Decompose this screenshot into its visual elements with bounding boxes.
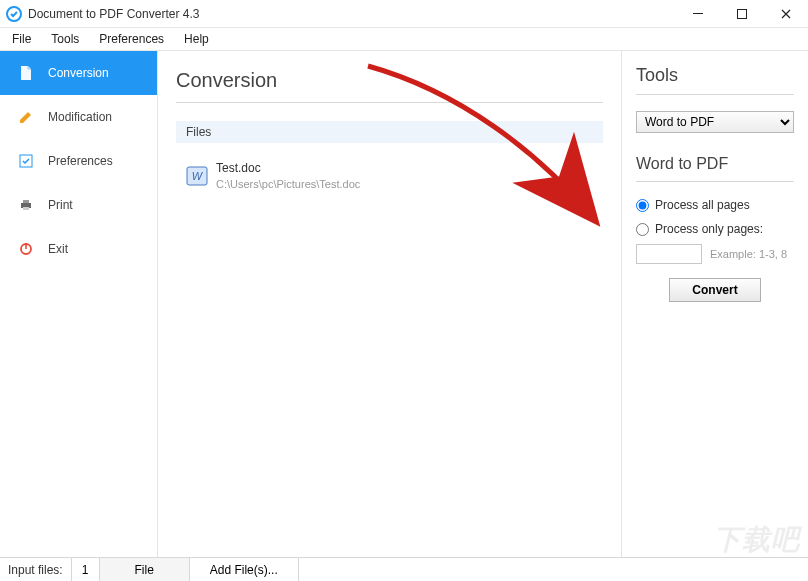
maximize-button[interactable] bbox=[720, 0, 764, 28]
svg-text:W: W bbox=[192, 170, 204, 182]
radio-process-only-input[interactable] bbox=[636, 223, 649, 236]
pages-row: Example: 1-3, 8 bbox=[636, 244, 794, 264]
sidebar-item-conversion[interactable]: Conversion bbox=[0, 51, 157, 95]
radio-process-only-label: Process only pages: bbox=[655, 222, 763, 236]
window-title: Document to PDF Converter 4.3 bbox=[28, 7, 199, 21]
svg-rect-2 bbox=[738, 9, 747, 18]
radio-process-only[interactable]: Process only pages: bbox=[636, 222, 794, 236]
word-doc-icon: W bbox=[186, 165, 208, 187]
input-files-count: 1 bbox=[72, 558, 100, 581]
printer-icon bbox=[18, 197, 34, 213]
sidebar-item-label: Preferences bbox=[48, 154, 113, 168]
menubar: File Tools Preferences Help bbox=[0, 28, 808, 50]
conversion-type-select[interactable]: Word to PDF bbox=[636, 111, 794, 133]
close-button[interactable] bbox=[764, 0, 808, 28]
app-icon bbox=[6, 6, 22, 22]
power-icon bbox=[18, 241, 34, 257]
divider bbox=[176, 102, 603, 103]
sidebar-item-print[interactable]: Print bbox=[0, 183, 157, 227]
svg-rect-6 bbox=[23, 207, 29, 210]
titlebar: Document to PDF Converter 4.3 bbox=[0, 0, 808, 28]
pages-example: Example: 1-3, 8 bbox=[710, 248, 787, 260]
add-files-button[interactable]: Add File(s)... bbox=[190, 558, 299, 581]
checkbox-icon bbox=[18, 153, 34, 169]
file-name: Test.doc bbox=[216, 161, 360, 177]
sidebar-item-preferences[interactable]: Preferences bbox=[0, 139, 157, 183]
files-header: Files bbox=[176, 121, 603, 143]
file-path: C:\Users\pc\Pictures\Test.doc bbox=[216, 177, 360, 191]
sidebar-item-exit[interactable]: Exit bbox=[0, 227, 157, 271]
file-meta: Test.doc C:\Users\pc\Pictures\Test.doc bbox=[216, 161, 360, 191]
body: Conversion Modification Preferences Prin… bbox=[0, 50, 808, 557]
sidebar: Conversion Modification Preferences Prin… bbox=[0, 51, 158, 557]
tools-panel: Tools Word to PDF Word to PDF Process al… bbox=[622, 51, 808, 557]
menu-help[interactable]: Help bbox=[174, 30, 219, 48]
file-row[interactable]: W Test.doc C:\Users\pc\Pictures\Test.doc bbox=[176, 157, 603, 195]
radio-process-all-label: Process all pages bbox=[655, 198, 750, 212]
file-dropdown-button[interactable]: File bbox=[100, 558, 190, 581]
main-heading: Conversion bbox=[176, 69, 603, 92]
document-icon bbox=[18, 65, 34, 81]
sidebar-item-label: Exit bbox=[48, 242, 68, 256]
input-files-label: Input files: bbox=[0, 558, 72, 581]
tools-subheading: Word to PDF bbox=[636, 155, 794, 173]
sidebar-item-modification[interactable]: Modification bbox=[0, 95, 157, 139]
divider bbox=[636, 181, 794, 182]
convert-button[interactable]: Convert bbox=[669, 278, 761, 302]
tools-heading: Tools bbox=[636, 65, 794, 86]
menu-preferences[interactable]: Preferences bbox=[89, 30, 174, 48]
svg-rect-1 bbox=[693, 13, 703, 14]
sidebar-item-label: Conversion bbox=[48, 66, 109, 80]
pencil-icon bbox=[18, 109, 34, 125]
minimize-button[interactable] bbox=[676, 0, 720, 28]
main-panel: Conversion Files W Test.doc C:\Users\pc\… bbox=[158, 51, 622, 557]
divider bbox=[636, 94, 794, 95]
sidebar-item-label: Print bbox=[48, 198, 73, 212]
sidebar-item-label: Modification bbox=[48, 110, 112, 124]
pages-input[interactable] bbox=[636, 244, 702, 264]
menu-file[interactable]: File bbox=[2, 30, 41, 48]
radio-process-all[interactable]: Process all pages bbox=[636, 198, 794, 212]
radio-process-all-input[interactable] bbox=[636, 199, 649, 212]
menu-tools[interactable]: Tools bbox=[41, 30, 89, 48]
svg-rect-5 bbox=[23, 200, 29, 203]
svg-rect-8 bbox=[25, 243, 27, 249]
statusbar: Input files: 1 File Add File(s)... bbox=[0, 557, 808, 581]
